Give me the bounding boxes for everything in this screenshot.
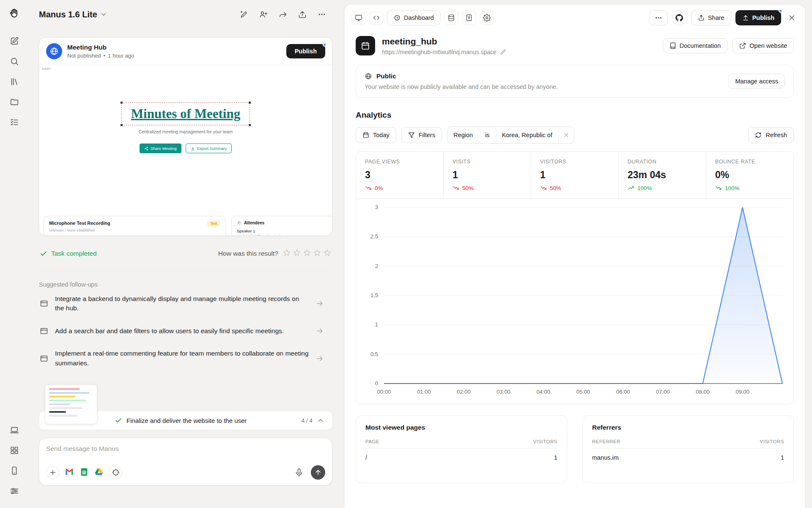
stat-delta: 100% bbox=[715, 185, 785, 191]
stat-bounce-rate[interactable]: BOUNCE RATE 0% 100% bbox=[706, 152, 793, 199]
star-5[interactable] bbox=[323, 248, 332, 259]
x-axis-tick: 05:00 bbox=[570, 389, 597, 395]
export-task-button[interactable] bbox=[295, 7, 310, 22]
refresh-icon bbox=[755, 132, 762, 138]
followup-item[interactable]: Add a search bar and date filters to all… bbox=[39, 320, 332, 342]
share-task-button[interactable] bbox=[276, 7, 290, 22]
website-card-header[interactable]: Meeting Hub Not published • 1 hour ago P… bbox=[39, 38, 332, 65]
extensions-button[interactable] bbox=[109, 466, 122, 479]
gmail-connector-button[interactable] bbox=[65, 467, 74, 478]
sidebar-new-task-button[interactable] bbox=[6, 33, 23, 50]
filter-field[interactable]: Region bbox=[447, 127, 479, 143]
sheets-connector-button[interactable] bbox=[80, 467, 89, 478]
selection-box: Minutes of Meeting bbox=[121, 102, 250, 125]
task-result-row: Task completed How was this result? bbox=[39, 248, 332, 259]
sidebar-devices-button[interactable] bbox=[6, 422, 23, 439]
documentation-button[interactable]: Documentation bbox=[663, 38, 728, 53]
model-title: Manus 1.6 Lite bbox=[39, 10, 97, 19]
share-meeting-button[interactable]: Share Meeting bbox=[140, 144, 181, 153]
filters-button[interactable]: Filters bbox=[401, 127, 442, 143]
remove-filter-button[interactable] bbox=[559, 127, 574, 143]
search-icon bbox=[10, 57, 19, 66]
stat-visits[interactable]: VISITS 1 50% bbox=[444, 152, 531, 199]
table-row[interactable]: manus.im 1 bbox=[592, 449, 784, 467]
attach-button[interactable] bbox=[46, 466, 59, 479]
column-header: REFERRER bbox=[592, 439, 620, 444]
preview-mode-button[interactable] bbox=[351, 11, 365, 25]
stat-label: DURATION bbox=[628, 159, 697, 165]
download-icon bbox=[191, 146, 195, 151]
star-4[interactable] bbox=[313, 248, 321, 259]
share-website-button[interactable]: Share bbox=[691, 10, 731, 25]
github-button[interactable] bbox=[672, 11, 687, 25]
filter-value[interactable]: Korea, Republic of bbox=[496, 127, 559, 143]
publish-website-button[interactable]: Publish bbox=[735, 10, 781, 25]
code-screenshot-thumbnail[interactable] bbox=[45, 384, 97, 424]
column-header: PAGE bbox=[365, 439, 379, 444]
site-url-row: https://meetinghub-m6wu8lnq.manus.space bbox=[382, 49, 506, 55]
check-icon bbox=[115, 417, 122, 424]
model-selector[interactable]: Manus 1.6 Lite bbox=[39, 10, 107, 19]
star-2[interactable] bbox=[293, 248, 301, 259]
publish-button[interactable]: Publish bbox=[286, 44, 325, 58]
stat-label: VISITORS bbox=[540, 159, 609, 165]
drive-connector-button[interactable] bbox=[94, 467, 104, 478]
more-options-button[interactable] bbox=[315, 7, 329, 22]
site-identity: meeting_hub https://meetinghub-m6wu8lnq.… bbox=[382, 36, 506, 55]
stat-duration[interactable]: DURATION 23m 04s 100% bbox=[619, 152, 706, 199]
edit-style-button[interactable] bbox=[237, 7, 251, 22]
preview-subtitle: Centralized meeting management for your … bbox=[139, 129, 233, 134]
star-1[interactable] bbox=[283, 248, 291, 259]
stat-page-views[interactable]: PAGE VIEWS 3 0% bbox=[356, 152, 444, 199]
database-button[interactable] bbox=[444, 11, 458, 25]
followup-item[interactable]: Integrate a backend to dynamically displ… bbox=[39, 288, 332, 320]
stat-visitors[interactable]: VISITORS 1 50% bbox=[531, 152, 619, 199]
access-info: Public Your website is now publicly avai… bbox=[365, 72, 728, 90]
send-button[interactable] bbox=[311, 465, 325, 480]
site-settings-button[interactable] bbox=[480, 11, 494, 25]
page-cell: / bbox=[365, 454, 367, 461]
edit-url-button[interactable] bbox=[500, 49, 506, 55]
refresh-button[interactable]: Refresh bbox=[748, 127, 794, 143]
stat-delta: 0% bbox=[365, 185, 434, 191]
invite-button[interactable] bbox=[256, 7, 271, 22]
website-preview[interactable]: ead> Minutes of Meeting Centralized meet… bbox=[39, 65, 332, 235]
x-axis-tick: 07:00 bbox=[649, 389, 676, 395]
rating-block: How was this result? bbox=[218, 248, 332, 259]
star-3[interactable] bbox=[303, 248, 311, 259]
sidebar-search-button[interactable] bbox=[6, 53, 23, 70]
share-nodes-icon bbox=[144, 146, 148, 151]
sidebar-tasks-button[interactable] bbox=[6, 114, 23, 131]
export-summary-button[interactable]: Export Summary bbox=[186, 144, 232, 153]
tab-dashboard[interactable]: Dashboard bbox=[387, 10, 441, 25]
followup-item[interactable]: Implement a real-time commenting feature… bbox=[39, 342, 332, 374]
more-actions-button[interactable] bbox=[649, 10, 668, 25]
open-website-button[interactable]: Open website bbox=[732, 38, 794, 53]
chat-pane: Manus 1.6 Lite Meeting Hub Not published bbox=[29, 0, 342, 508]
arrow-right-icon bbox=[315, 354, 324, 363]
filter-operator[interactable]: is bbox=[479, 127, 496, 143]
sidebar-apps-button[interactable] bbox=[6, 442, 23, 459]
analytics-card: PAGE VIEWS 3 0% VISITS 1 50% VISITORS 1 … bbox=[356, 151, 794, 404]
preview-content: Minutes of Meeting Centralized meeting m… bbox=[39, 102, 332, 153]
close-panel-button[interactable] bbox=[785, 11, 798, 24]
message-input[interactable] bbox=[46, 445, 325, 453]
sidebar-settings-button[interactable] bbox=[6, 483, 23, 500]
table-row[interactable]: / 1 bbox=[365, 449, 557, 467]
manage-access-button[interactable]: Manage access bbox=[728, 74, 785, 89]
sidebar-files-button[interactable] bbox=[6, 94, 23, 110]
app-root: Manus 1.6 Lite Meeting Hub Not published bbox=[0, 0, 812, 508]
check-icon bbox=[40, 250, 47, 257]
website-card-titles: Meeting Hub Not published • 1 hour ago bbox=[67, 44, 134, 59]
date-range-button[interactable]: Today bbox=[356, 127, 396, 143]
sidebar-library-button[interactable] bbox=[6, 73, 23, 90]
sidebar-mobile-button[interactable] bbox=[6, 462, 23, 479]
secrets-button[interactable] bbox=[462, 11, 476, 25]
site-url[interactable]: https://meetinghub-m6wu8lnq.manus.space bbox=[382, 49, 497, 55]
code-mode-button[interactable] bbox=[369, 11, 383, 25]
manus-logo[interactable] bbox=[9, 8, 20, 20]
voice-input-button[interactable] bbox=[293, 466, 305, 479]
settings-icon bbox=[10, 486, 19, 496]
y-axis-tick: 1.5 bbox=[356, 292, 378, 298]
y-axis-tick: 2.5 bbox=[356, 233, 378, 240]
